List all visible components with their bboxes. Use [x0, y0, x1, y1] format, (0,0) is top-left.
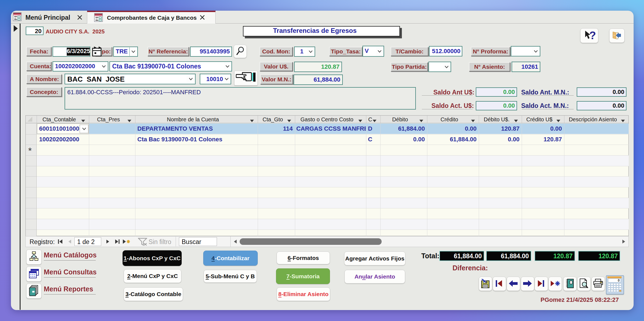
svg-text:0: 0 — [618, 279, 620, 282]
svg-text:?: ? — [589, 30, 596, 41]
